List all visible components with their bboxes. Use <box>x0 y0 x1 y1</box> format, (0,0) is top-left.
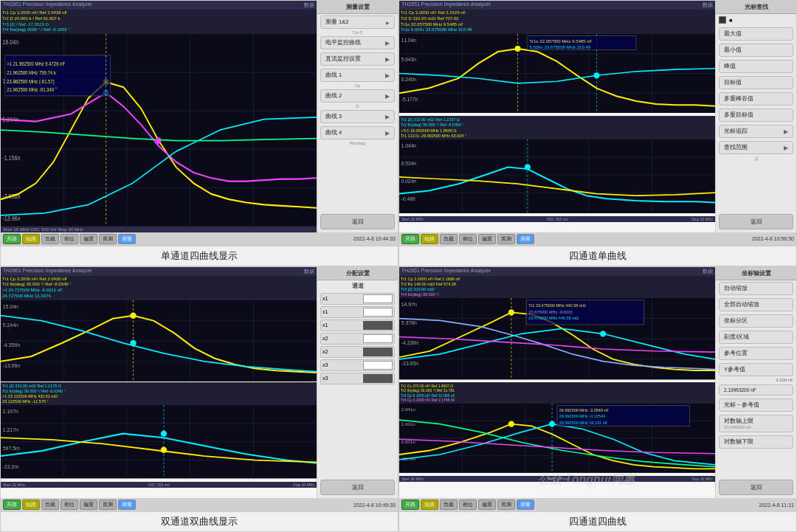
svg-text:25.675000 MHz  -9.0000: 25.675000 MHz -9.0000 <box>528 310 572 314</box>
q1-btn-bias[interactable]: 偏置 <box>80 234 97 244</box>
q3-btn-load[interactable]: 负载 <box>41 500 59 510</box>
q1-panel-title: 测量设置 <box>317 1 398 14</box>
q3-r4: 24.727500 MHz 11.3074 <box>2 294 315 300</box>
q3-btn-measure2[interactable]: 测量 <box>118 500 136 510</box>
q2-bottom-bot: Start 1E MHz OSC 500 mV Stop 30 MHz <box>399 216 715 222</box>
q4-bottom-bot: Start 1E MHz OSC 500 mV Stop 30 MHz <box>399 476 715 482</box>
q1-back-button[interactable]: 返回 <box>320 214 395 229</box>
q1-btn-load[interactable]: 负载 <box>41 234 59 244</box>
q2-multi-target[interactable]: 多重目标值 <box>719 108 793 122</box>
q1-btn-open[interactable]: 开路 <box>3 234 21 244</box>
q1-panel-measure[interactable]: 测量 1&2 ▶ <box>320 15 395 29</box>
q4-readings: Tr1 Cp 3.2000 nF/ Ref 2.1696 nF Tr2 Rs 1… <box>399 276 715 299</box>
q4-log-lower[interactable]: 对数轴下限 <box>719 435 793 449</box>
svg-text:5.643n: 5.643n <box>401 58 417 63</box>
q3-btn-phase[interactable]: 相位 <box>61 500 78 510</box>
q2-readings-bot: Tr1 |Z| 310.00 mΩ/ Ref 1.2237 Ω Tr2 θz(d… <box>399 117 715 139</box>
q4-y-ref-value[interactable]: 2.19963200 nF <box>719 384 793 395</box>
q2-back-button[interactable]: 返回 <box>719 214 793 229</box>
q2-cursor-track[interactable]: 光标追踪 ▶ <box>719 125 793 138</box>
svg-text:-4.236n: -4.236n <box>401 341 419 346</box>
q3-caption: 双通道双曲线显示 <box>1 511 398 531</box>
q2-peak-value[interactable]: 峰值 <box>719 60 793 73</box>
q4-title-bar: TH2851 Precision Impedance Analyzer 数据 <box>399 267 715 276</box>
q2-target-value[interactable]: 目标值 <box>719 76 793 89</box>
svg-text:-13.96n: -13.96n <box>2 215 20 223</box>
svg-text:23.475000 MHz  440.58 mΩ: 23.475000 MHz 440.58 mΩ <box>528 316 579 320</box>
q2-min-value[interactable]: 最小值 <box>719 44 793 57</box>
q1-panel-curve4[interactable]: 曲线 4 ▶ <box>320 126 395 139</box>
q3-r3: >1 24.727500 MHz -6.0311 nF <box>2 288 315 294</box>
q4-readings-bot: Tr1 Cs 370.00 nF/ Ref 1.4607 Ω Tr2 θy(de… <box>399 383 715 404</box>
svg-text:-13.96n: -13.96n <box>3 363 21 368</box>
q4-scale-zone[interactable]: 刻度/区域 <box>719 331 793 344</box>
q2-btn-measure2[interactable]: 测量 <box>517 234 534 244</box>
q2-max-value[interactable]: 最大值 <box>719 27 793 41</box>
q2-btn-measure1[interactable]: 英测 <box>497 234 515 244</box>
svg-text:2.167n: 2.167n <box>3 409 18 414</box>
q3-canvas-bot: 2.167n 1.217n 597.5m -22.0m <box>1 405 317 481</box>
q1-panel-curve1[interactable]: 曲线 1 ▶ <box>320 69 395 82</box>
svg-text:-22.0m: -22.0m <box>3 464 19 469</box>
q1-btn-measure2[interactable]: 测量 <box>118 234 136 244</box>
q4-log-upper[interactable]: 对数轴上限 10.000000 nF <box>719 415 793 432</box>
q2-r3: Tr1o 22.057500 MHz 9.5485 nF <box>401 22 714 28</box>
q2-btn-load[interactable]: 负载 <box>440 234 458 244</box>
q2-br1: Tr1 |Z| 310.00 mΩ/ Ref 1.2237 Ω <box>401 117 714 122</box>
q4-back-button[interactable]: 返回 <box>719 480 793 495</box>
q1-panel-curve2[interactable]: 曲线 2 ▶ <box>320 89 395 103</box>
svg-text:29.992500 MHz  -3.0549 nF: 29.992500 MHz -3.0549 nF <box>559 408 610 412</box>
q4-btn-measure2[interactable]: 测量 <box>517 500 534 510</box>
q1-btn-measure1[interactable]: 英测 <box>99 234 117 244</box>
q4-panel: 坐标轴设置 自动缩放 全部自动缩放 坐标分区 刻度/区域 参考位置 Y参考值 3… <box>715 267 796 499</box>
q1-btn-phase[interactable]: 相位 <box>61 234 78 244</box>
q4-btn-bias[interactable]: 偏置 <box>478 500 496 510</box>
q1-canvas: 18.04n 11.64n 5.244n -1.156n -7.556n -13… <box>1 34 317 226</box>
q2-btn-short[interactable]: 短路 <box>421 234 438 244</box>
q2-caption: 四通道单曲线 <box>399 246 796 266</box>
q4-r4: Tr4 θz(deg) 30.000 °/ <box>401 292 714 297</box>
svg-text:1.931n: 1.931n <box>401 421 416 426</box>
q4-auto-scale[interactable]: 自动缩放 <box>719 282 793 295</box>
q2-multi-peak[interactable]: 多重峰谷值 <box>719 92 793 106</box>
q1-panel-dc[interactable]: 直流监控设置 ▶ <box>320 52 395 66</box>
q4-auto-scale-all[interactable]: 全部自动缩放 <box>719 298 793 311</box>
q2-find-range[interactable]: 查找范围 ▶ <box>719 141 793 154</box>
q3-br3: >1 23.122500 MHz 432.62 mΩ <box>2 394 315 399</box>
svg-text:2.941n: 2.941n <box>401 406 416 411</box>
q1-btn-short[interactable]: 短路 <box>22 234 40 244</box>
q1-panel-curve3[interactable]: 曲线 3 ▶ <box>320 110 395 123</box>
q4-coord-section[interactable]: 坐标分区 <box>719 314 793 328</box>
svg-point-86 <box>161 447 167 453</box>
q3-btn-bias[interactable]: 偏置 <box>80 500 97 510</box>
q4-btn-measure1[interactable]: 英测 <box>497 500 515 510</box>
svg-text:5.376n: 5.376n <box>401 320 417 325</box>
q4-r3: Tr3 |Z| 310.00 mΩ/ <box>401 287 714 292</box>
q3-btn-short[interactable]: 短路 <box>22 500 40 510</box>
q4-btn-short[interactable]: 短路 <box>421 500 438 510</box>
q2-btn-bias[interactable]: 偏置 <box>478 234 496 244</box>
q4-btn-open[interactable]: 开路 <box>401 500 419 510</box>
q2-btn-open[interactable]: 开路 <box>401 234 419 244</box>
q3-svg-top: 15.04n 5.244n -4.356n -13.96n <box>1 300 317 381</box>
q2-scope-top: TH2851 Precision Impedance Analyzer 数据 T… <box>399 1 715 116</box>
q2-br3: >Tr1 19.000000 MHz 1.9548 Ω <box>401 128 714 134</box>
q3-r1: Tr1 Cp 3.2000 nF/ Ref 2.0430 nF <box>2 277 315 283</box>
q2-btn-phase[interactable]: 相位 <box>459 234 477 244</box>
q4-r1: Tr1 Cp 3.2000 nF/ Ref 2.1696 nF <box>401 277 714 282</box>
q4-ref-position[interactable]: 参考位置 <box>719 347 793 360</box>
q3-back-button[interactable]: 返回 <box>320 480 395 495</box>
svg-text:29.992500 MHz  -0.12544: 29.992500 MHz -0.12544 <box>559 414 605 418</box>
q4-cursor-to-ref[interactable]: 光标→参考值 <box>719 398 793 412</box>
q1-tab: 数据 <box>304 1 314 9</box>
q4-btn-phase[interactable]: 相位 <box>459 500 477 510</box>
q1-panel-level[interactable]: 电平监控曲线 ▶ <box>320 36 395 49</box>
q2-readings: Tr1 Cp 3.2000 nF/ Ref 2.2429 nF Tr2 D 31… <box>399 10 715 34</box>
q4-btn-load[interactable]: 负载 <box>440 500 458 510</box>
q3-btn-measure1[interactable]: 英测 <box>99 500 117 510</box>
q3-btn-open[interactable]: 开路 <box>3 500 21 510</box>
q4-caption: 四通道四曲线 <box>399 511 796 531</box>
svg-text:1.217n: 1.217n <box>3 427 18 432</box>
svg-text:21.962500 MHz  -91.349 °: 21.962500 MHz -91.349 ° <box>7 87 57 93</box>
q4-y-ref[interactable]: Y参考值 <box>719 363 793 376</box>
